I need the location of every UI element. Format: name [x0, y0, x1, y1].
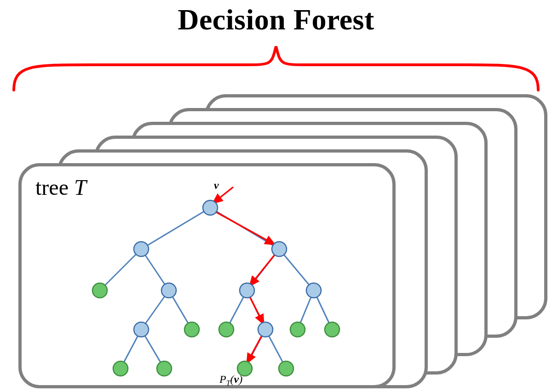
pt-sub: T [226, 379, 230, 387]
leaf-node [92, 283, 107, 298]
internal-node [134, 242, 149, 256]
pt-open: ( [230, 373, 234, 385]
leaf-node [290, 322, 305, 337]
output-probability-label: PT(v) [219, 373, 242, 387]
internal-node [240, 283, 254, 298]
leaf-node [113, 361, 128, 376]
tree-edge [279, 249, 314, 290]
path-arrow [250, 254, 276, 286]
tree-edge [141, 208, 210, 249]
leaf-node [325, 322, 339, 337]
diagram-title: Decision Forest [0, 3, 552, 37]
tree-edge [100, 249, 141, 290]
path-arrow [215, 211, 275, 244]
tree-card-1: tree T v PT(v) [18, 163, 396, 388]
leaf-node [279, 361, 293, 376]
decision-tree-diagram [49, 185, 371, 387]
internal-node [134, 322, 149, 337]
internal-node [258, 322, 273, 337]
leaf-node [157, 361, 172, 376]
path-arrow [213, 187, 233, 203]
pt-close: ) [239, 373, 242, 385]
internal-node [272, 242, 287, 256]
path-arrow [249, 295, 264, 324]
brace-icon [0, 40, 552, 95]
leaf-node [219, 322, 234, 337]
internal-node [203, 200, 218, 215]
pt-v: v [234, 373, 239, 385]
internal-node [161, 283, 176, 298]
internal-node [306, 283, 321, 298]
leaf-node [184, 322, 199, 337]
path-arrow [247, 334, 263, 363]
pt-P: P [219, 373, 226, 385]
